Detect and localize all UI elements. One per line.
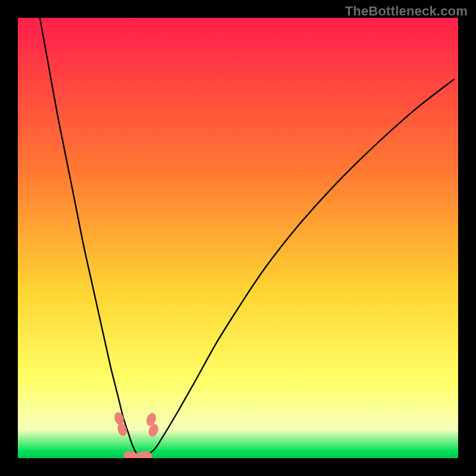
chart-svg [18, 18, 458, 458]
gradient-background [18, 18, 458, 458]
watermark-text: TheBottleneck.com [345, 4, 468, 19]
plot-area [18, 18, 458, 458]
outer-frame: TheBottleneck.com [0, 0, 476, 476]
